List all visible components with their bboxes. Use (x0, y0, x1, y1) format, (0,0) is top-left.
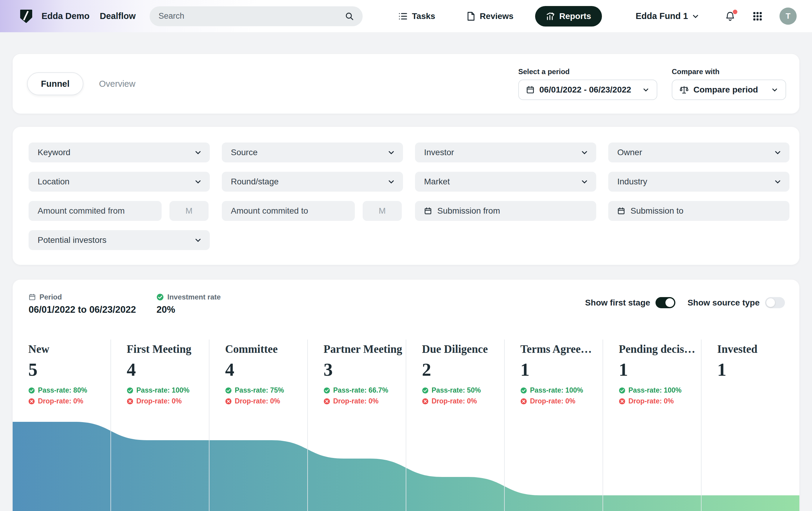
nav-item-tasks[interactable]: Tasks (398, 11, 435, 21)
tasks-label: Tasks (412, 11, 435, 21)
stage-columns: New 5 Pass-rate: 80% Drop-rate: 0% First… (12, 340, 800, 511)
period-range-value: 06/01/2022 - 06/23/2022 (539, 85, 631, 95)
nav-item-dealflow[interactable]: Dealflow (100, 11, 136, 21)
filter-industry-dropdown[interactable]: Industry (608, 172, 789, 192)
stage-column-partner-meeting: Partner Meeting 3 Pass-rate: 66.7% Drop-… (308, 340, 406, 511)
notifications-button[interactable] (725, 11, 735, 22)
stage-title: Committee (225, 343, 305, 355)
amount-to-input[interactable] (222, 201, 355, 221)
amount-to-unit-input[interactable] (362, 201, 402, 221)
tab-funnel-label: Funnel (41, 79, 69, 89)
stage-title: Pending decis… (619, 343, 699, 355)
submission-to-label: Submission to (631, 206, 684, 216)
submission-from-picker[interactable]: Submission from (415, 201, 596, 221)
check-circle-icon (127, 387, 133, 394)
filter-label: Potential investors (38, 235, 107, 245)
first-stage-toggle[interactable] (656, 297, 675, 308)
funnel-period-label: Period (39, 293, 62, 301)
amount-from-unit-input[interactable] (169, 201, 209, 221)
filter-investor-dropdown[interactable]: Investor (415, 142, 596, 162)
pass-rate-row: Pass-rate: 100% (619, 386, 699, 395)
fund-selector-dropdown[interactable]: Edda Fund 1 (636, 11, 699, 21)
select-period-control: Select a period 06/01/2022 - 06/23/2022 (518, 68, 657, 100)
search-input[interactable] (158, 11, 345, 21)
apps-grid-icon[interactable] (752, 11, 763, 21)
amount-from-input[interactable] (29, 201, 162, 221)
chevron-down-icon (771, 86, 778, 93)
submission-to-picker[interactable]: Submission to (608, 201, 789, 221)
filter-label: Industry (617, 177, 647, 187)
filter-potential-investors-dropdown[interactable]: Potential investors (29, 230, 210, 250)
filter-owner-dropdown[interactable]: Owner (608, 142, 789, 162)
filter-round-stage-dropdown[interactable]: Round/stage (222, 172, 403, 192)
chevron-down-icon (194, 236, 202, 244)
investment-rate-block: Investment rate 20% (156, 293, 221, 315)
stage-count: 3 (323, 359, 403, 380)
notification-dot (733, 10, 737, 14)
filter-label: Location (38, 177, 69, 187)
calendar-icon (526, 86, 534, 94)
stage-title: First Meeting (127, 343, 206, 355)
funnel-period-block: Period 06/01/2022 to 06/23/2022 (29, 293, 156, 315)
stage-column-new: New 5 Pass-rate: 80% Drop-rate: 0% (12, 340, 111, 511)
drop-rate-row: Drop-rate: 0% (225, 397, 305, 405)
pass-rate-text: Pass-rate: 100% (629, 386, 682, 395)
tab-overview[interactable]: Overview (99, 79, 136, 89)
toggle-knob (665, 298, 674, 307)
nav-item-reviews[interactable]: Reviews (466, 11, 514, 21)
compare-period-value: Compare period (693, 85, 758, 95)
tab-funnel[interactable]: Funnel (27, 72, 83, 95)
nav-item-reports-active[interactable]: Reports (535, 6, 602, 27)
check-circle-icon (520, 387, 527, 394)
filters-card: Keyword Source Investor Owner Location R… (12, 127, 800, 265)
chevron-down-icon (387, 149, 395, 156)
x-circle-icon (127, 398, 133, 405)
search-bar[interactable] (150, 6, 362, 26)
pass-rate-row: Pass-rate: 66.7% (323, 386, 403, 395)
pass-rate-text: Pass-rate: 80% (38, 386, 87, 395)
edda-logo-icon[interactable] (19, 9, 34, 24)
amount-from-unit-wrap (169, 201, 209, 221)
x-circle-icon (422, 398, 429, 405)
stage-title: Due Diligence (422, 343, 502, 355)
pass-rate-text: Pass-rate: 100% (530, 386, 583, 395)
filter-source-dropdown[interactable]: Source (222, 142, 403, 162)
avatar-initial: T (786, 11, 791, 21)
x-circle-icon (225, 398, 232, 405)
period-selector-card: Funnel Overview Select a period 06/01/20… (12, 54, 800, 114)
reports-chart-icon (546, 12, 555, 21)
compare-period-dropdown[interactable]: Compare period (672, 80, 786, 100)
filter-location-dropdown[interactable]: Location (29, 172, 210, 192)
filter-label: Keyword (38, 147, 70, 157)
filter-keyword-dropdown[interactable]: Keyword (29, 142, 210, 162)
period-range-dropdown[interactable]: 06/01/2022 - 06/23/2022 (518, 80, 657, 100)
drop-rate-row: Drop-rate: 0% (520, 397, 600, 405)
check-circle-icon (619, 387, 626, 394)
amount-to-unit-wrap (362, 201, 402, 221)
drop-rate-row: Drop-rate: 0% (127, 397, 206, 405)
reviews-label: Reviews (480, 11, 514, 21)
filter-label: Source (231, 147, 258, 157)
stage-count: 5 (28, 359, 108, 380)
investment-rate-value: 20% (156, 304, 221, 315)
stage-title: New (28, 343, 108, 355)
chevron-down-icon (387, 178, 395, 186)
pass-rate-text: Pass-rate: 75% (235, 386, 284, 395)
filter-label: Round/stage (231, 177, 279, 187)
submission-from-label: Submission from (437, 206, 500, 216)
drop-rate-text: Drop-rate: 0% (629, 397, 674, 405)
brand-name[interactable]: Edda Demo (41, 11, 90, 21)
pass-rate-row: Pass-rate: 100% (127, 386, 206, 395)
chevron-down-icon (194, 178, 202, 186)
stage-title: Invested (717, 343, 797, 355)
user-avatar[interactable]: T (780, 7, 796, 25)
stage-count: 1 (717, 359, 797, 380)
search-icon (345, 11, 354, 21)
drop-rate-row: Drop-rate: 0% (619, 397, 699, 405)
filter-market-dropdown[interactable]: Market (415, 172, 596, 192)
pass-rate-row: Pass-rate: 100% (520, 386, 600, 395)
source-type-toggle[interactable] (765, 297, 785, 308)
document-icon (466, 11, 475, 21)
calendar-icon (424, 207, 432, 215)
tab-overview-label: Overview (99, 79, 136, 88)
